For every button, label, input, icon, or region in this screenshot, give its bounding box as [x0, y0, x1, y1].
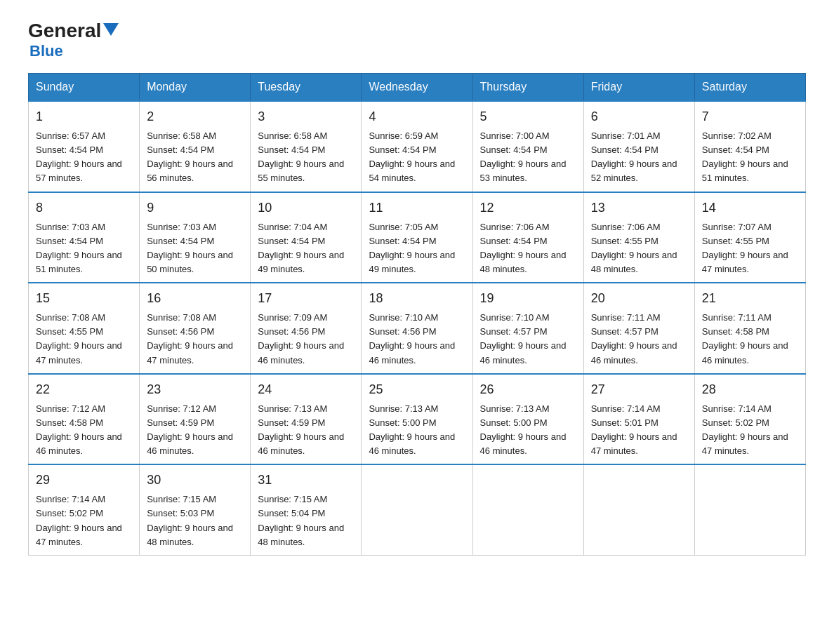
calendar-cell: 15Sunrise: 7:08 AMSunset: 4:55 PMDayligh…	[29, 283, 140, 374]
calendar-cell	[472, 464, 583, 555]
calendar-cell: 14Sunrise: 7:07 AMSunset: 4:55 PMDayligh…	[694, 192, 805, 283]
calendar-cell: 22Sunrise: 7:12 AMSunset: 4:58 PMDayligh…	[29, 374, 140, 465]
day-info: Sunrise: 7:10 AMSunset: 4:57 PMDaylight:…	[480, 311, 576, 368]
calendar-cell: 28Sunrise: 7:14 AMSunset: 5:02 PMDayligh…	[694, 374, 805, 465]
calendar-cell: 4Sunrise: 6:59 AMSunset: 4:54 PMDaylight…	[362, 101, 472, 192]
day-number: 20	[591, 289, 687, 308]
col-header-tuesday: Tuesday	[251, 74, 362, 102]
week-row-2: 8Sunrise: 7:03 AMSunset: 4:54 PMDaylight…	[29, 192, 806, 283]
day-number: 26	[480, 380, 576, 399]
day-info: Sunrise: 7:01 AMSunset: 4:54 PMDaylight:…	[591, 129, 687, 186]
day-number: 10	[258, 199, 354, 217]
col-header-friday: Friday	[583, 74, 694, 102]
day-info: Sunrise: 7:05 AMSunset: 4:54 PMDaylight:…	[369, 220, 465, 277]
page-header: General Blue	[28, 21, 806, 60]
day-number: 11	[369, 199, 465, 217]
calendar-cell: 1Sunrise: 6:57 AMSunset: 4:54 PMDaylight…	[29, 101, 140, 192]
calendar-table: SundayMondayTuesdayWednesdayThursdayFrid…	[28, 73, 806, 556]
day-number: 16	[147, 289, 243, 308]
calendar-cell: 8Sunrise: 7:03 AMSunset: 4:54 PMDaylight…	[29, 192, 140, 283]
calendar-cell: 30Sunrise: 7:15 AMSunset: 5:03 PMDayligh…	[140, 464, 251, 555]
week-row-5: 29Sunrise: 7:14 AMSunset: 5:02 PMDayligh…	[29, 464, 806, 555]
calendar-cell: 31Sunrise: 7:15 AMSunset: 5:04 PMDayligh…	[251, 464, 362, 555]
day-number: 8	[36, 199, 132, 217]
day-info: Sunrise: 7:08 AMSunset: 4:56 PMDaylight:…	[147, 311, 243, 368]
day-number: 14	[702, 199, 798, 217]
calendar-cell: 13Sunrise: 7:06 AMSunset: 4:55 PMDayligh…	[583, 192, 694, 283]
day-info: Sunrise: 7:09 AMSunset: 4:56 PMDaylight:…	[258, 311, 354, 368]
day-info: Sunrise: 6:58 AMSunset: 4:54 PMDaylight:…	[258, 129, 354, 186]
day-info: Sunrise: 6:58 AMSunset: 4:54 PMDaylight:…	[147, 129, 243, 186]
day-number: 5	[480, 107, 576, 126]
day-number: 30	[147, 471, 243, 490]
day-info: Sunrise: 7:11 AMSunset: 4:57 PMDaylight:…	[591, 311, 687, 368]
logo: General Blue	[28, 21, 119, 60]
day-info: Sunrise: 7:07 AMSunset: 4:55 PMDaylight:…	[702, 220, 798, 277]
day-number: 2	[147, 107, 243, 126]
day-info: Sunrise: 7:02 AMSunset: 4:54 PMDaylight:…	[702, 129, 798, 186]
calendar-cell: 23Sunrise: 7:12 AMSunset: 4:59 PMDayligh…	[140, 374, 251, 465]
calendar-cell: 9Sunrise: 7:03 AMSunset: 4:54 PMDaylight…	[140, 192, 251, 283]
day-number: 22	[36, 380, 132, 399]
day-number: 23	[147, 380, 243, 399]
day-info: Sunrise: 7:03 AMSunset: 4:54 PMDaylight:…	[147, 220, 243, 277]
day-info: Sunrise: 7:04 AMSunset: 4:54 PMDaylight:…	[258, 220, 354, 277]
calendar-cell: 3Sunrise: 6:58 AMSunset: 4:54 PMDaylight…	[251, 101, 362, 192]
day-number: 29	[36, 471, 132, 490]
logo-general: General	[28, 21, 101, 41]
col-header-thursday: Thursday	[472, 74, 583, 102]
calendar-cell: 25Sunrise: 7:13 AMSunset: 5:00 PMDayligh…	[362, 374, 472, 465]
calendar-header-row: SundayMondayTuesdayWednesdayThursdayFrid…	[29, 74, 806, 102]
day-info: Sunrise: 6:59 AMSunset: 4:54 PMDaylight:…	[369, 129, 465, 186]
day-number: 7	[702, 107, 798, 126]
calendar-cell: 21Sunrise: 7:11 AMSunset: 4:58 PMDayligh…	[694, 283, 805, 374]
day-info: Sunrise: 7:10 AMSunset: 4:56 PMDaylight:…	[369, 311, 465, 368]
day-info: Sunrise: 7:08 AMSunset: 4:55 PMDaylight:…	[36, 311, 132, 368]
day-info: Sunrise: 7:12 AMSunset: 4:59 PMDaylight:…	[147, 402, 243, 459]
calendar-cell: 20Sunrise: 7:11 AMSunset: 4:57 PMDayligh…	[583, 283, 694, 374]
calendar-cell: 6Sunrise: 7:01 AMSunset: 4:54 PMDaylight…	[583, 101, 694, 192]
day-number: 19	[480, 289, 576, 308]
day-info: Sunrise: 7:12 AMSunset: 4:58 PMDaylight:…	[36, 402, 132, 459]
day-number: 28	[702, 380, 798, 399]
col-header-monday: Monday	[140, 74, 251, 102]
day-number: 3	[258, 107, 354, 126]
calendar-cell: 7Sunrise: 7:02 AMSunset: 4:54 PMDaylight…	[694, 101, 805, 192]
col-header-wednesday: Wednesday	[362, 74, 472, 102]
calendar-cell: 17Sunrise: 7:09 AMSunset: 4:56 PMDayligh…	[251, 283, 362, 374]
day-info: Sunrise: 7:00 AMSunset: 4:54 PMDaylight:…	[480, 129, 576, 186]
calendar-cell: 29Sunrise: 7:14 AMSunset: 5:02 PMDayligh…	[29, 464, 140, 555]
day-number: 31	[258, 471, 354, 490]
day-number: 24	[258, 380, 354, 399]
day-info: Sunrise: 7:13 AMSunset: 5:00 PMDaylight:…	[480, 402, 576, 459]
day-info: Sunrise: 6:57 AMSunset: 4:54 PMDaylight:…	[36, 129, 132, 186]
day-number: 12	[480, 199, 576, 217]
day-info: Sunrise: 7:13 AMSunset: 5:00 PMDaylight:…	[369, 402, 465, 459]
calendar-cell	[694, 464, 805, 555]
week-row-3: 15Sunrise: 7:08 AMSunset: 4:55 PMDayligh…	[29, 283, 806, 374]
calendar-cell	[583, 464, 694, 555]
calendar-cell: 5Sunrise: 7:00 AMSunset: 4:54 PMDaylight…	[472, 101, 583, 192]
day-number: 18	[369, 289, 465, 308]
day-number: 6	[591, 107, 687, 126]
logo-triangle-icon	[103, 23, 119, 36]
calendar-cell: 10Sunrise: 7:04 AMSunset: 4:54 PMDayligh…	[251, 192, 362, 283]
day-number: 1	[36, 107, 132, 126]
day-number: 27	[591, 380, 687, 399]
day-info: Sunrise: 7:06 AMSunset: 4:54 PMDaylight:…	[480, 220, 576, 277]
day-info: Sunrise: 7:03 AMSunset: 4:54 PMDaylight:…	[36, 220, 132, 277]
svg-marker-0	[103, 23, 119, 36]
week-row-4: 22Sunrise: 7:12 AMSunset: 4:58 PMDayligh…	[29, 374, 806, 465]
day-number: 9	[147, 199, 243, 217]
week-row-1: 1Sunrise: 6:57 AMSunset: 4:54 PMDaylight…	[29, 101, 806, 192]
day-info: Sunrise: 7:14 AMSunset: 5:02 PMDaylight:…	[702, 402, 798, 459]
col-header-sunday: Sunday	[29, 74, 140, 102]
day-info: Sunrise: 7:14 AMSunset: 5:01 PMDaylight:…	[591, 402, 687, 459]
calendar-cell: 27Sunrise: 7:14 AMSunset: 5:01 PMDayligh…	[583, 374, 694, 465]
day-number: 21	[702, 289, 798, 308]
day-info: Sunrise: 7:06 AMSunset: 4:55 PMDaylight:…	[591, 220, 687, 277]
day-number: 25	[369, 380, 465, 399]
day-info: Sunrise: 7:13 AMSunset: 4:59 PMDaylight:…	[258, 402, 354, 459]
day-number: 4	[369, 107, 465, 126]
calendar-cell: 16Sunrise: 7:08 AMSunset: 4:56 PMDayligh…	[140, 283, 251, 374]
